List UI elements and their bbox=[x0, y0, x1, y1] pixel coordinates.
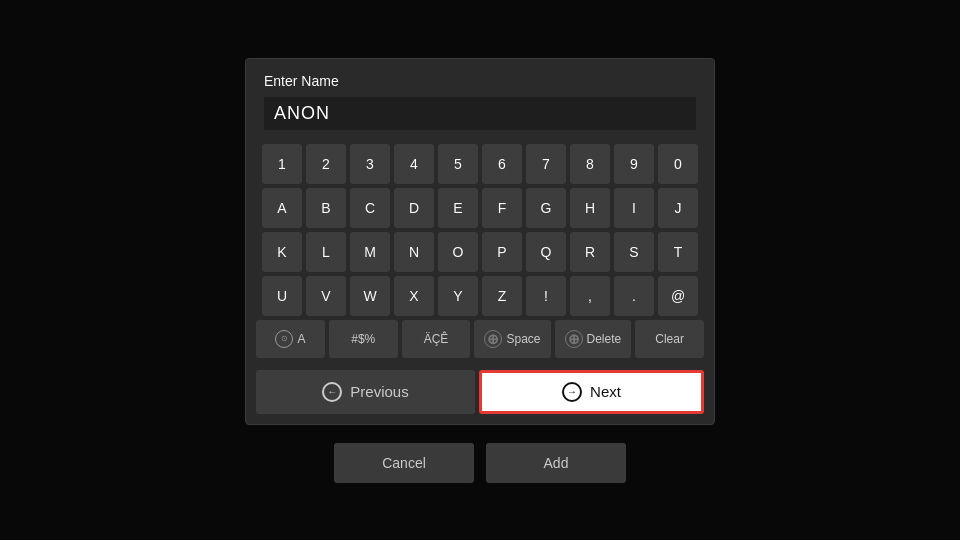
delete-key[interactable]: ⊕ Delete bbox=[555, 320, 632, 358]
key-w[interactable]: W bbox=[350, 276, 390, 316]
key-j[interactable]: J bbox=[658, 188, 698, 228]
add-button[interactable]: Add bbox=[486, 443, 626, 483]
dialog-header: Enter Name bbox=[246, 59, 714, 136]
key-n[interactable]: N bbox=[394, 232, 434, 272]
key-9[interactable]: 9 bbox=[614, 144, 654, 184]
key-h[interactable]: H bbox=[570, 188, 610, 228]
key-e[interactable]: E bbox=[438, 188, 478, 228]
next-icon: → bbox=[562, 382, 582, 402]
key-8[interactable]: 8 bbox=[570, 144, 610, 184]
clear-key[interactable]: Clear bbox=[635, 320, 704, 358]
key-4[interactable]: 4 bbox=[394, 144, 434, 184]
key-d[interactable]: D bbox=[394, 188, 434, 228]
key-0[interactable]: 0 bbox=[658, 144, 698, 184]
name-input[interactable] bbox=[264, 97, 696, 130]
key-a[interactable]: A bbox=[262, 188, 302, 228]
key-f[interactable]: F bbox=[482, 188, 522, 228]
next-button[interactable]: → Next bbox=[479, 370, 704, 414]
overlay: Enter Name 1 2 3 4 5 6 7 8 9 0 A B C D bbox=[0, 0, 960, 540]
key-y[interactable]: Y bbox=[438, 276, 478, 316]
previous-label: Previous bbox=[350, 383, 408, 400]
key-x[interactable]: X bbox=[394, 276, 434, 316]
key-o[interactable]: O bbox=[438, 232, 478, 272]
key-at[interactable]: @ bbox=[658, 276, 698, 316]
key-z[interactable]: Z bbox=[482, 276, 522, 316]
previous-icon: ← bbox=[322, 382, 342, 402]
delete-label: Delete bbox=[587, 332, 622, 346]
key-u[interactable]: U bbox=[262, 276, 302, 316]
key-5[interactable]: 5 bbox=[438, 144, 478, 184]
delete-icon: ⊕ bbox=[565, 330, 583, 348]
key-c[interactable]: C bbox=[350, 188, 390, 228]
key-6[interactable]: 6 bbox=[482, 144, 522, 184]
key-2[interactable]: 2 bbox=[306, 144, 346, 184]
key-1[interactable]: 1 bbox=[262, 144, 302, 184]
key-b[interactable]: B bbox=[306, 188, 346, 228]
keyboard-dialog: Enter Name 1 2 3 4 5 6 7 8 9 0 A B C D bbox=[245, 58, 715, 425]
number-row: 1 2 3 4 5 6 7 8 9 0 bbox=[256, 144, 704, 184]
bottom-buttons: Cancel Add bbox=[334, 443, 626, 483]
key-m[interactable]: M bbox=[350, 232, 390, 272]
key-exclaim[interactable]: ! bbox=[526, 276, 566, 316]
accents-key[interactable]: ÄÇÊ bbox=[402, 320, 471, 358]
function-row: ⊙ A #$% ÄÇÊ ⊕ Space ⊕ Delete C bbox=[256, 320, 704, 358]
key-v[interactable]: V bbox=[306, 276, 346, 316]
space-key[interactable]: ⊕ Space bbox=[474, 320, 550, 358]
key-g[interactable]: G bbox=[526, 188, 566, 228]
next-label: Next bbox=[590, 383, 621, 400]
switch-alpha-key[interactable]: ⊙ A bbox=[256, 320, 325, 358]
space-icon: ⊕ bbox=[484, 330, 502, 348]
nav-row: ← Previous → Next bbox=[246, 370, 714, 424]
key-s[interactable]: S bbox=[614, 232, 654, 272]
circle-a-icon: ⊙ bbox=[275, 330, 293, 348]
key-l[interactable]: L bbox=[306, 232, 346, 272]
dialog-title: Enter Name bbox=[264, 73, 696, 89]
key-k[interactable]: K bbox=[262, 232, 302, 272]
key-comma[interactable]: , bbox=[570, 276, 610, 316]
key-q[interactable]: Q bbox=[526, 232, 566, 272]
key-3[interactable]: 3 bbox=[350, 144, 390, 184]
switch-alpha-label: A bbox=[297, 332, 305, 346]
key-i[interactable]: I bbox=[614, 188, 654, 228]
symbols-label: #$% bbox=[351, 332, 375, 346]
key-p[interactable]: P bbox=[482, 232, 522, 272]
space-label: Space bbox=[506, 332, 540, 346]
symbols-key[interactable]: #$% bbox=[329, 320, 398, 358]
key-7[interactable]: 7 bbox=[526, 144, 566, 184]
accents-label: ÄÇÊ bbox=[424, 332, 449, 346]
keyboard-area: 1 2 3 4 5 6 7 8 9 0 A B C D E F G H I bbox=[246, 136, 714, 370]
alpha-row-3: U V W X Y Z ! , . @ bbox=[256, 276, 704, 316]
clear-label: Clear bbox=[655, 332, 684, 346]
previous-button[interactable]: ← Previous bbox=[256, 370, 475, 414]
alpha-row-2: K L M N O P Q R S T bbox=[256, 232, 704, 272]
alpha-row-1: A B C D E F G H I J bbox=[256, 188, 704, 228]
key-t[interactable]: T bbox=[658, 232, 698, 272]
key-r[interactable]: R bbox=[570, 232, 610, 272]
cancel-button[interactable]: Cancel bbox=[334, 443, 474, 483]
key-period[interactable]: . bbox=[614, 276, 654, 316]
